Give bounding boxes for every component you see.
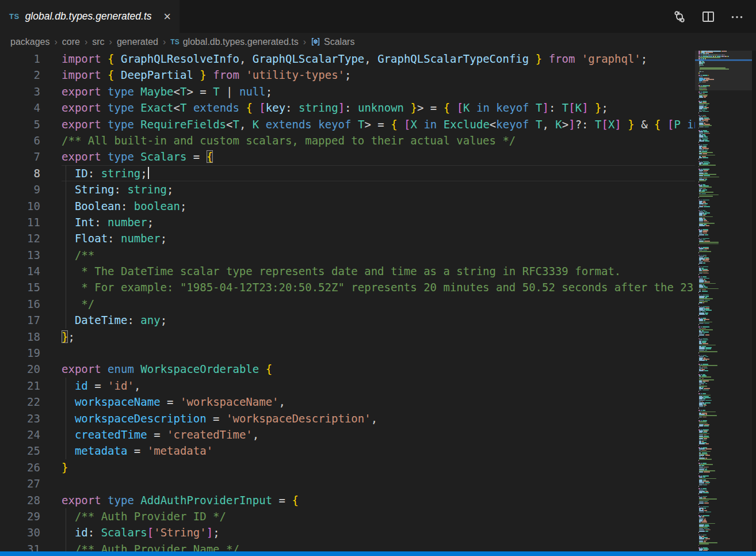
minimap-row [705, 400, 711, 401]
code-line[interactable]: 23 workspaceDescription = 'workspaceDesc… [0, 410, 695, 426]
close-icon[interactable]: × [161, 11, 174, 22]
line-number[interactable]: 13 [0, 247, 40, 263]
code-line[interactable]: 27 [0, 475, 695, 492]
code-token: ] [338, 101, 345, 114]
code-token [134, 150, 140, 163]
line-number[interactable]: 3 [0, 83, 40, 100]
minimap-slider[interactable] [695, 51, 752, 90]
code-line[interactable]: 18}; [0, 329, 695, 345]
code-line[interactable]: 15 * For example: "1985-04-12T23:20:50.5… [0, 279, 695, 295]
code-line[interactable]: 7export type Scalars = { [0, 148, 695, 165]
code-token [62, 412, 75, 425]
line-number[interactable]: 7 [0, 148, 40, 165]
line-number[interactable]: 30 [0, 524, 40, 540]
code-line[interactable]: 20export enum WorkspaceOrderable { [0, 361, 695, 377]
line-number[interactable]: 22 [0, 394, 40, 410]
line-number[interactable]: 27 [0, 475, 40, 492]
breadcrumb-item[interactable]: packages [10, 37, 50, 47]
text-cursor [148, 167, 149, 179]
split-editor-button[interactable] [701, 9, 716, 24]
line-number[interactable]: 19 [0, 345, 40, 361]
line-number[interactable]: 17 [0, 312, 40, 328]
minimap-row [699, 157, 702, 158]
line-number[interactable]: 4 [0, 100, 40, 116]
code-line[interactable]: 19 [0, 345, 695, 361]
line-number[interactable]: 8 [0, 165, 40, 181]
code-line[interactable]: 8 ID: string; [0, 165, 695, 181]
line-number[interactable]: 18 [0, 329, 40, 345]
code-token [470, 101, 476, 114]
line-number[interactable]: 5 [0, 116, 40, 132]
code-token: Maybe [140, 85, 173, 98]
breadcrumb-item[interactable]: TSglobal.db.types.generated.ts [170, 37, 298, 47]
line-number[interactable]: 10 [0, 198, 40, 214]
code-line[interactable]: 17 DateTime: any; [0, 312, 695, 328]
code-line[interactable]: 13 /** [0, 247, 695, 263]
minimap-row [705, 483, 709, 485]
line-number[interactable]: 23 [0, 410, 40, 426]
minimap-row [703, 215, 705, 216]
code-line[interactable]: 10 Boolean: boolean; [0, 198, 695, 214]
line-number[interactable]: 20 [0, 361, 40, 377]
more-actions-button[interactable] [730, 9, 744, 24]
line-number[interactable]: 6 [0, 132, 40, 148]
line-number[interactable]: 16 [0, 296, 40, 312]
line-number[interactable]: 1 [0, 51, 40, 67]
code-token: < [174, 101, 180, 114]
code-line[interactable]: 26} [0, 459, 695, 475]
code-line[interactable]: 22 workspaceName = 'workspaceName', [0, 394, 695, 410]
code-token: Exact [140, 101, 173, 114]
code-line[interactable]: 6/** All built-in and custom scalars, ma… [0, 132, 695, 148]
line-number[interactable]: 9 [0, 181, 40, 197]
code-token [134, 363, 140, 375]
code-line[interactable]: 31 /** Auth Provider Name */ [0, 541, 695, 551]
code-line[interactable]: 2import { DeepPartial } from 'utility-ty… [0, 67, 695, 83]
line-number[interactable]: 26 [0, 459, 40, 475]
code-token: , [364, 52, 377, 65]
code-line[interactable]: 29 /** Auth Provider ID */ [0, 508, 695, 524]
breadcrumb-item[interactable]: src [92, 37, 104, 47]
line-number[interactable]: 24 [0, 426, 40, 443]
line-number[interactable]: 14 [0, 263, 40, 279]
breadcrumb-item[interactable]: generated [117, 37, 158, 47]
line-number[interactable]: 29 [0, 508, 40, 524]
code-line[interactable]: 9 String: string; [0, 181, 695, 197]
code-line[interactable]: 24 createdTime = 'createdTime', [0, 426, 695, 443]
breadcrumb-item[interactable]: Scalars [311, 37, 354, 47]
code-line[interactable]: 25 metadata = 'metadata' [0, 443, 695, 459]
minimap-row [701, 92, 702, 93]
code-line[interactable]: 11 Int: number; [0, 214, 695, 230]
minimap-row [698, 418, 699, 419]
ellipsis-icon [730, 10, 744, 24]
code-line[interactable]: 1import { GraphQLResolveInfo, GraphQLSca… [0, 51, 695, 67]
minimap[interactable] [695, 51, 756, 551]
code-token: Exclude [444, 118, 490, 131]
line-number[interactable]: 21 [0, 378, 40, 394]
line-number[interactable]: 25 [0, 443, 40, 459]
code-line-content: createdTime = 'createdTime', [62, 426, 695, 443]
code-line[interactable]: 12 Float: number; [0, 230, 695, 246]
code-line[interactable]: 16 */ [0, 296, 695, 312]
minimap-row [705, 482, 711, 483]
line-number[interactable]: 11 [0, 214, 40, 230]
code-line[interactable]: 21 id = 'id', [0, 378, 695, 394]
line-number[interactable]: 2 [0, 67, 40, 83]
line-number[interactable]: 15 [0, 279, 40, 295]
minimap-row [699, 360, 705, 361]
code-token: RequireFields [140, 118, 226, 131]
code-line[interactable]: 28export type AddAuthProviderInput = { [0, 492, 695, 508]
open-changes-button[interactable] [672, 9, 687, 24]
minimap-row [704, 203, 708, 204]
code-line[interactable]: 30 id: Scalars['String']; [0, 524, 695, 540]
code-line[interactable]: 3export type Maybe<T> = T | null; [0, 83, 695, 100]
line-number[interactable]: 28 [0, 492, 40, 508]
minimap-row [704, 220, 708, 221]
line-number[interactable]: 12 [0, 230, 40, 246]
minimap-row [699, 225, 705, 226]
line-number[interactable]: 31 [0, 541, 40, 551]
tab-global-db-types-generated[interactable]: TS global.db.types.generated.ts × [0, 0, 180, 33]
code-line[interactable]: 5export type RequireFields<T, K extends … [0, 116, 695, 132]
breadcrumb-item[interactable]: core [62, 37, 80, 47]
code-line[interactable]: 14 * The DateTime scalar type represents… [0, 263, 695, 279]
code-line[interactable]: 4export type Exact<T extends { [key: str… [0, 100, 695, 116]
